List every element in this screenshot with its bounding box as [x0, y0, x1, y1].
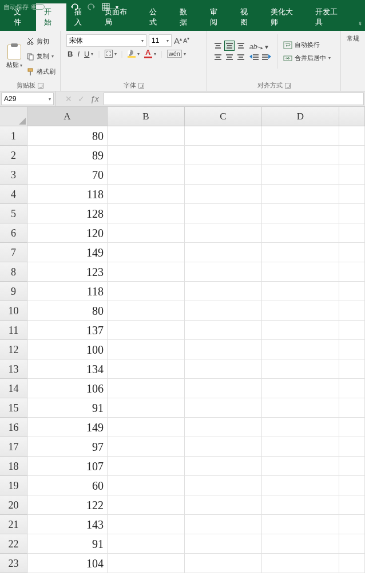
cell[interactable]: [262, 379, 339, 398]
cell[interactable]: 122: [27, 495, 108, 515]
cell[interactable]: [108, 243, 185, 262]
cell[interactable]: 97: [27, 437, 108, 457]
number-format-combo[interactable]: 常规: [347, 34, 359, 43]
decrease-indent-button[interactable]: [249, 54, 259, 60]
cell[interactable]: [262, 301, 339, 321]
cell[interactable]: [339, 146, 365, 165]
cell[interactable]: 143: [27, 515, 108, 534]
cell[interactable]: [108, 126, 185, 146]
cell[interactable]: [185, 359, 262, 379]
tab-review[interactable]: 审阅: [202, 3, 232, 31]
tab-formulas[interactable]: 公式: [141, 3, 172, 31]
font-color-button[interactable]: A▾: [144, 49, 156, 58]
cell[interactable]: [108, 262, 185, 282]
cell[interactable]: [339, 359, 365, 379]
cell[interactable]: [185, 126, 262, 146]
copy-button[interactable]: 复制 ▾: [26, 52, 55, 61]
paste-button[interactable]: 粘贴: [6, 61, 22, 69]
cell[interactable]: [185, 437, 262, 457]
cell[interactable]: 80: [27, 126, 108, 146]
cell[interactable]: [339, 321, 365, 340]
cell[interactable]: 91: [27, 534, 108, 554]
row-header[interactable]: 4: [0, 185, 27, 204]
cell[interactable]: 149: [27, 243, 108, 262]
cell[interactable]: [262, 418, 339, 437]
cell[interactable]: [262, 359, 339, 379]
cell[interactable]: [185, 165, 262, 185]
cell[interactable]: [262, 223, 339, 243]
row-header[interactable]: 19: [0, 476, 27, 495]
cell[interactable]: [185, 476, 262, 495]
cell[interactable]: [185, 554, 262, 573]
cell[interactable]: [339, 204, 365, 223]
cell[interactable]: [262, 457, 339, 476]
merge-center-button[interactable]: 合并后居中 ▾: [283, 54, 331, 62]
cell[interactable]: [108, 223, 185, 243]
align-top-center-button[interactable]: [224, 41, 235, 51]
cell[interactable]: [262, 262, 339, 282]
cell[interactable]: [185, 418, 262, 437]
cell[interactable]: 60: [27, 476, 108, 495]
cell[interactable]: 106: [27, 379, 108, 398]
cell[interactable]: [185, 146, 262, 165]
column-header-B[interactable]: B: [108, 107, 185, 126]
cell[interactable]: [185, 515, 262, 534]
cell[interactable]: [262, 495, 339, 515]
row-header[interactable]: 21: [0, 515, 27, 534]
cell[interactable]: [185, 282, 262, 301]
cell[interactable]: [339, 554, 365, 573]
cell[interactable]: [262, 437, 339, 457]
cell[interactable]: [185, 204, 262, 223]
cell[interactable]: [185, 243, 262, 262]
cell[interactable]: [185, 321, 262, 340]
cell[interactable]: 123: [27, 262, 108, 282]
cell[interactable]: [339, 398, 365, 418]
select-all-corner[interactable]: [0, 107, 27, 126]
cell[interactable]: [185, 495, 262, 515]
cell[interactable]: 137: [27, 321, 108, 340]
cell[interactable]: [262, 398, 339, 418]
cell[interactable]: [262, 126, 339, 146]
wrap-text-button[interactable]: 自动换行: [283, 41, 331, 49]
row-header[interactable]: 7: [0, 243, 27, 262]
spreadsheet-grid[interactable]: A B C D 18028937041185128612071498123911…: [0, 107, 365, 573]
cell[interactable]: [339, 457, 365, 476]
align-bottom-right-button[interactable]: [236, 52, 246, 62]
cell[interactable]: [262, 146, 339, 165]
cell[interactable]: [262, 185, 339, 204]
row-header[interactable]: 20: [0, 495, 27, 515]
cell[interactable]: [108, 321, 185, 340]
tab-data[interactable]: 数据: [172, 3, 202, 31]
align-top-right-button[interactable]: [236, 41, 246, 51]
cell[interactable]: [339, 534, 365, 554]
tab-beautify[interactable]: 美化大师: [263, 3, 307, 31]
cell[interactable]: [185, 457, 262, 476]
cell[interactable]: [262, 340, 339, 359]
cell[interactable]: 128: [27, 204, 108, 223]
row-header[interactable]: 18: [0, 457, 27, 476]
cell[interactable]: [262, 554, 339, 573]
cell[interactable]: [185, 398, 262, 418]
cell[interactable]: 118: [27, 185, 108, 204]
alignment-launcher[interactable]: [285, 83, 291, 89]
cell[interactable]: [108, 554, 185, 573]
cell[interactable]: 104: [27, 554, 108, 573]
cell[interactable]: [108, 282, 185, 301]
row-header[interactable]: 11: [0, 321, 27, 340]
cell[interactable]: 91: [27, 398, 108, 418]
cell[interactable]: [262, 282, 339, 301]
cell[interactable]: [339, 185, 365, 204]
align-top-left-button[interactable]: [213, 41, 223, 51]
cell[interactable]: [108, 418, 185, 437]
border-button[interactable]: ▾: [105, 50, 117, 58]
formula-input[interactable]: [104, 93, 364, 105]
cell[interactable]: [185, 340, 262, 359]
font-launcher[interactable]: [138, 83, 144, 89]
italic-button[interactable]: I: [77, 50, 80, 58]
cell[interactable]: [108, 515, 185, 534]
row-header[interactable]: 10: [0, 301, 27, 321]
row-header[interactable]: 8: [0, 262, 27, 282]
underline-button[interactable]: U▾: [84, 50, 93, 58]
row-header[interactable]: 14: [0, 379, 27, 398]
font-size-combo[interactable]: 11 ▾: [149, 34, 172, 47]
